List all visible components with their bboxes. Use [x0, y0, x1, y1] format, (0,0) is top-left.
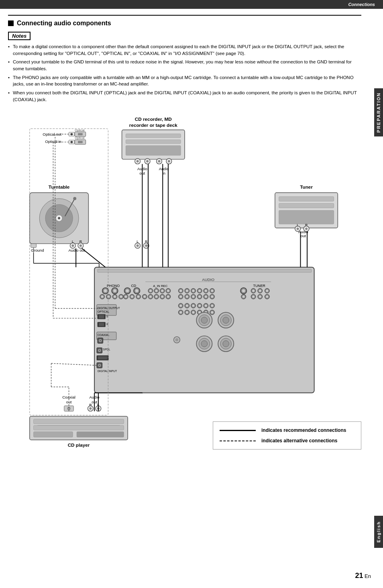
svg-rect-57 [279, 203, 334, 208]
svg-rect-4 [126, 140, 181, 144]
svg-point-37 [73, 197, 76, 200]
svg-point-92 [131, 296, 133, 298]
svg-text:L: L [136, 240, 139, 244]
svg-point-164 [205, 305, 207, 307]
svg-rect-183 [99, 315, 104, 318]
svg-point-77 [101, 296, 104, 298]
top-bar: Connections [0, 0, 383, 9]
svg-point-88 [135, 289, 139, 293]
svg-rect-232 [34, 425, 124, 430]
svg-text:L: L [297, 223, 299, 227]
svg-point-129 [186, 296, 188, 298]
svg-point-225 [89, 407, 92, 410]
svg-point-172 [192, 311, 195, 314]
svg-rect-3 [126, 134, 181, 138]
svg-point-148 [242, 296, 245, 298]
legend-recommended: indicates recommended connections [220, 427, 354, 433]
svg-rect-234 [77, 432, 124, 437]
svg-point-208 [223, 317, 229, 324]
legend-alternative-text: indicates alternative connections [261, 438, 337, 444]
svg-point-205 [201, 317, 208, 324]
svg-text:CD recorder, MD: CD recorder, MD [135, 116, 172, 122]
svg-text:R: R [89, 403, 92, 407]
svg-point-168 [179, 311, 182, 314]
svg-text:Turntable: Turntable [49, 185, 70, 190]
svg-point-125 [211, 290, 214, 292]
svg-rect-231 [34, 419, 124, 424]
svg-point-111 [161, 296, 163, 298]
svg-text:Tuner: Tuner [300, 185, 313, 190]
svg-rect-5 [126, 146, 181, 155]
svg-point-156 [179, 305, 182, 307]
svg-text:COAXIAL: COAXIAL [98, 334, 110, 336]
svg-rect-198 [98, 356, 107, 360]
svg-point-119 [192, 290, 195, 292]
diagram-svg: CD recorder, MD recorder or tape deck Op… [8, 108, 361, 454]
svg-point-158 [186, 305, 188, 307]
svg-point-62 [297, 228, 299, 230]
notes-item-4: When you connect both the DIGITAL INPUT … [8, 90, 361, 103]
svg-point-35 [58, 217, 60, 220]
svg-point-73 [104, 289, 107, 293]
svg-text:AUDIO: AUDIO [202, 277, 214, 282]
svg-point-75 [113, 289, 116, 293]
page-suffix: En [365, 573, 371, 579]
svg-rect-40 [31, 244, 37, 248]
svg-point-94 [137, 296, 140, 298]
svg-text:DIGITAL INPUT: DIGITAL INPUT [98, 370, 117, 372]
svg-point-140 [242, 289, 245, 293]
svg-point-201 [99, 365, 100, 366]
svg-text:R: R [305, 223, 308, 227]
svg-text:L: L [72, 240, 74, 244]
svg-point-107 [149, 296, 152, 298]
svg-rect-56 [279, 197, 334, 201]
svg-rect-186 [99, 323, 104, 326]
svg-point-195 [99, 350, 100, 351]
svg-point-103 [161, 290, 163, 292]
svg-point-117 [186, 290, 188, 292]
svg-point-105 [167, 290, 169, 292]
svg-text:recorder or tape deck: recorder or tape deck [129, 122, 177, 128]
legend-solid-line [220, 430, 256, 431]
svg-point-131 [192, 296, 195, 298]
svg-text:DIGITAL OUTPUT: DIGITAL OUTPUT [98, 307, 120, 310]
svg-point-166 [211, 305, 214, 307]
svg-point-135 [205, 296, 207, 298]
svg-point-152 [259, 296, 261, 298]
legend-box: indicates recommended connections indica… [213, 421, 361, 450]
svg-point-81 [114, 296, 116, 298]
svg-point-27 [168, 160, 170, 163]
svg-rect-67 [94, 267, 314, 393]
svg-point-160 [192, 305, 195, 307]
svg-rect-233 [34, 432, 73, 437]
section-title: Connecting audio components [8, 15, 361, 27]
svg-text:out: out [300, 234, 306, 238]
svg-point-214 [223, 341, 229, 347]
svg-point-216 [175, 338, 179, 342]
legend-recommended-text: indicates recommended connections [261, 427, 346, 433]
svg-point-146 [266, 290, 268, 292]
notes-list: To make a digital connection to a compon… [8, 43, 361, 103]
svg-point-43 [71, 244, 74, 247]
svg-point-137 [211, 296, 214, 298]
side-tab-english: English [374, 516, 383, 548]
svg-point-90 [124, 296, 127, 298]
svg-point-133 [198, 296, 201, 298]
side-tab-preparation: PREPARATION [374, 88, 383, 136]
svg-text:Optical: Optical [75, 129, 85, 132]
svg-point-109 [155, 296, 158, 298]
svg-point-121 [198, 290, 201, 292]
svg-rect-12 [78, 141, 83, 143]
svg-point-150 [252, 296, 255, 298]
svg-point-51 [145, 244, 147, 247]
svg-point-79 [107, 296, 110, 298]
svg-rect-7 [78, 133, 83, 136]
legend-dashed-line [220, 440, 256, 442]
page-container: Connections PREPARATION English Connecti… [0, 0, 383, 588]
svg-point-25 [158, 160, 161, 163]
svg-point-154 [266, 296, 268, 298]
svg-point-113 [167, 296, 169, 298]
svg-point-96 [143, 296, 146, 298]
svg-point-64 [305, 228, 308, 230]
svg-point-178 [211, 311, 214, 314]
